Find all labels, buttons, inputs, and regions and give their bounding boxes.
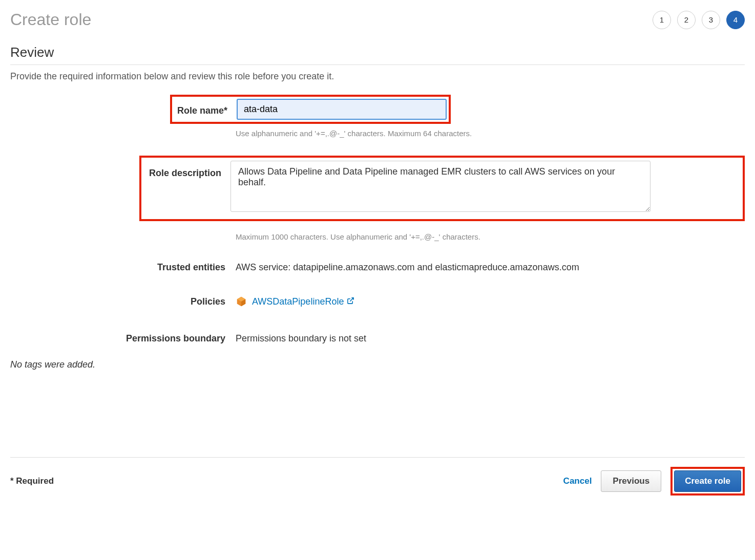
permissions-boundary-value: Permissions boundary is not set bbox=[236, 330, 745, 344]
policy-link[interactable]: AWSDataPipelineRole bbox=[252, 296, 354, 307]
role-description-hint: Maximum 1000 characters. Use alphanumeri… bbox=[236, 232, 480, 241]
svg-line-0 bbox=[350, 297, 354, 301]
role-name-highlight: Role name* bbox=[170, 95, 451, 124]
page-title: Create role bbox=[10, 10, 91, 29]
trusted-entities-value: AWS service: datapipeline.amazonaws.com … bbox=[236, 259, 745, 273]
trusted-entities-label: Trusted entities bbox=[10, 259, 236, 273]
step-1[interactable]: 1 bbox=[653, 11, 671, 29]
role-name-input[interactable] bbox=[237, 99, 447, 120]
previous-button[interactable]: Previous bbox=[601, 470, 661, 492]
tags-note: No tags were added. bbox=[10, 359, 745, 370]
role-description-highlight: Role description bbox=[139, 156, 745, 221]
role-name-label: Role name* bbox=[174, 102, 237, 116]
wizard-steps: 1 2 3 4 bbox=[653, 11, 745, 29]
section-title: Review bbox=[10, 45, 745, 60]
policies-label: Policies bbox=[10, 296, 236, 307]
step-3[interactable]: 3 bbox=[702, 11, 720, 29]
role-description-label: Role description bbox=[144, 161, 230, 179]
policy-cube-icon bbox=[236, 296, 247, 307]
section-subtitle: Provide the required information below a… bbox=[10, 71, 745, 82]
create-role-highlight: Create role bbox=[670, 467, 745, 496]
role-name-hint: Use alphanumeric and '+=,.@-_' character… bbox=[236, 129, 472, 138]
divider bbox=[10, 64, 745, 65]
policy-link-text: AWSDataPipelineRole bbox=[252, 296, 344, 307]
step-4[interactable]: 4 bbox=[726, 11, 745, 29]
step-2[interactable]: 2 bbox=[677, 11, 696, 29]
external-link-icon bbox=[347, 296, 354, 307]
cancel-button[interactable]: Cancel bbox=[563, 476, 592, 486]
required-note: * Required bbox=[10, 476, 54, 486]
permissions-boundary-label: Permissions boundary bbox=[10, 330, 236, 344]
role-description-textarea[interactable] bbox=[230, 161, 651, 212]
create-role-button[interactable]: Create role bbox=[674, 470, 741, 492]
